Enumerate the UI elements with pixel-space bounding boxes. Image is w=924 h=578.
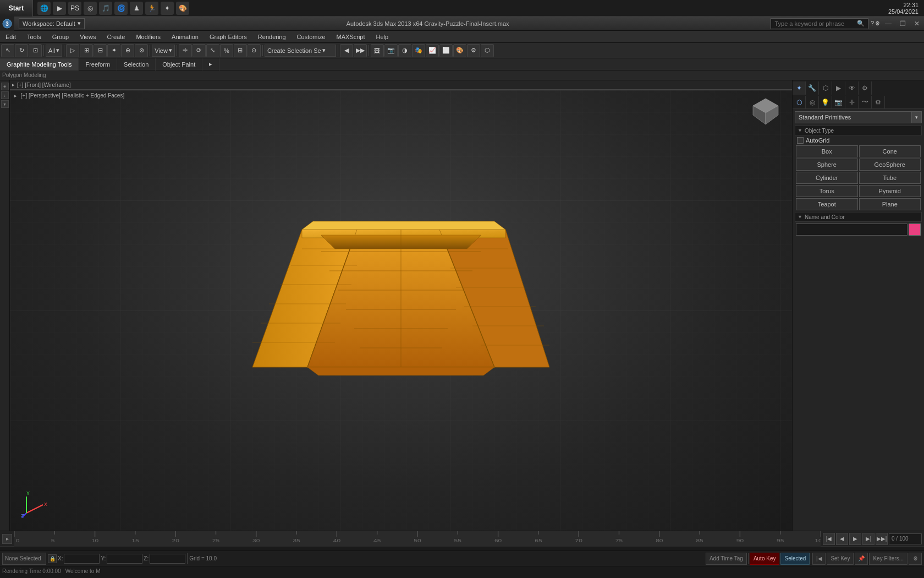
graphite-tab-extra[interactable]: ▸ [202,58,219,70]
lt-btn-2[interactable]: ↕ [1,91,9,99]
obj-btn-torus[interactable]: Torus [796,185,858,197]
window-crossing-btn[interactable]: ⊟ [94,44,107,57]
toggle-timeline-btn[interactable]: ▸ [2,534,12,544]
rp-sub-geometry[interactable]: ⬡ [793,96,806,109]
taskbar-icon-5[interactable]: 🎵 [99,2,112,15]
rp-tab-motion[interactable]: ▶ [832,81,845,95]
menu-tools[interactable]: Tools [21,31,47,43]
menu-animation[interactable]: Animation [166,31,204,43]
misc-btn[interactable]: ⚙ [467,44,480,57]
menu-create[interactable]: Create [101,31,130,43]
lt-btn-1[interactable]: ◈ [1,83,9,90]
perspective-viewport[interactable]: ▸ [+] [Perspective] [Realistic + Edged F… [10,90,792,531]
snap-btn[interactable]: ✦ [107,44,120,57]
rp-sub-helpers[interactable]: ✛ [845,96,859,109]
ref-coord-btn[interactable]: ⊞ [234,44,247,57]
search-input[interactable] [774,20,857,27]
auto-key-btn[interactable]: Auto Key [750,553,780,565]
move-btn[interactable]: ✛ [179,44,192,57]
next-frame-btn[interactable]: ▶| [862,533,875,545]
obj-btn-teapot[interactable]: Teapot [796,198,858,210]
set-key-btn[interactable]: Set Key [827,553,854,565]
taskbar-icon-9[interactable]: ✦ [161,2,174,15]
snap3d-btn[interactable]: ⊗ [135,44,148,57]
curve-editor-btn[interactable]: 📈 [426,44,439,57]
menu-group[interactable]: Group [47,31,75,43]
graphite-tab-freeform[interactable]: Freeform [79,58,117,70]
taskbar-icon-8[interactable]: 🏃 [145,2,158,15]
percent-btn[interactable]: % [220,44,233,57]
scale-tool-btn[interactable]: ⊡ [29,44,42,57]
menu-edit[interactable]: Edit [0,31,21,43]
taskbar-icon-1[interactable]: 🌐 [37,2,51,15]
rp-sub-shapes[interactable]: ◎ [806,96,819,109]
filter-dropdown[interactable]: All ▾ [46,45,62,57]
taskbar-icon-2[interactable]: ▶ [53,2,66,15]
view-dropdown[interactable]: View ▾ [152,45,175,57]
rp-sub-spacewarps[interactable]: 〜 [859,96,872,109]
primitives-dropdown-arrow[interactable]: ▾ [912,111,922,123]
rotate-btn-2[interactable]: ⟳ [193,44,206,57]
lock-btn[interactable]: 🔒 [48,554,57,563]
schematic-btn[interactable]: ⬜ [439,44,453,57]
menu-rendering[interactable]: Rendering [252,31,292,43]
obj-btn-tube[interactable]: Tube [859,172,921,184]
active-shade-btn[interactable]: ◑ [398,44,411,57]
obj-btn-cylinder[interactable]: Cylinder [796,172,858,184]
taskbar-icon-6[interactable]: 🌀 [114,2,128,15]
rp-sub-lights[interactable]: 💡 [819,96,832,109]
obj-btn-cone[interactable]: Cone [859,145,921,157]
rp-sub-systems[interactable]: ⚙ [872,96,885,109]
menu-modifiers[interactable]: Modifiers [130,31,166,43]
minimize-button[interactable]: — [881,17,895,31]
x-coord-input[interactable] [64,554,100,564]
create-selection-dropdown[interactable]: Create Selection Se ▾ [265,45,336,57]
set-key-left-btn[interactable]: |◀ [812,553,826,565]
restore-button[interactable]: ❐ [895,17,910,31]
material-btn[interactable]: 🎭 [412,44,425,57]
rp-tab-modify[interactable]: 🔧 [806,81,819,95]
y-coord-input[interactable] [107,554,142,564]
pivot-btn[interactable]: ⊙ [248,44,261,57]
key-filters-sep-btn[interactable]: 📌 [855,553,868,565]
render-setup-btn[interactable]: 🖼 [371,44,384,57]
timeline-track[interactable]: 0 5 10 15 20 25 30 35 40 45 50 55 60 [14,531,821,547]
close-button[interactable]: ✕ [910,17,924,31]
object-type-section[interactable]: ▼ Object Type [795,126,922,135]
color-swatch[interactable] [909,223,921,236]
graphite-tab-object-paint[interactable]: Object Paint [156,58,202,70]
go-start-btn[interactable]: |◀ [823,533,835,545]
menu-graph-editors[interactable]: Graph Editors [204,31,252,43]
scale-btn[interactable]: ⤡ [206,44,219,57]
obj-btn-geosphere[interactable]: GeoSphere [859,159,921,171]
obj-btn-box[interactable]: Box [796,145,858,157]
graphite-tab-selection[interactable]: Selection [117,58,156,70]
key-filters-btn[interactable]: Key Filters... [869,553,908,565]
menu-customize[interactable]: Customize [292,31,331,43]
play-btn[interactable]: ▶ [849,533,861,545]
lt-btn-3[interactable]: ▼ [1,100,9,108]
search-box[interactable]: 🔍 [771,18,868,29]
rotate-tool-btn[interactable]: ↻ [15,44,28,57]
obj-btn-pyramid[interactable]: Pyramid [859,185,921,197]
graphite-tab-modeling[interactable]: Graphite Modeling Tools [0,58,79,70]
z-coord-input[interactable] [150,554,185,564]
play-btn[interactable]: ◀ [340,44,353,57]
step-btn[interactable]: ▶▶ [354,44,367,57]
name-color-section[interactable]: ▼ Name and Color [795,212,922,222]
settings-icon[interactable]: ⚙ [875,20,880,26]
menu-help[interactable]: Help [371,31,394,43]
playback-more-btn[interactable]: ⚙ [909,553,922,565]
render-frame-btn[interactable]: 📷 [384,44,398,57]
rp-tab-create[interactable]: ✦ [793,81,806,95]
rp-tab-display[interactable]: 👁 [845,81,859,95]
prev-frame-btn[interactable]: ◀ [836,533,848,545]
color-clipboard-btn[interactable]: 🎨 [453,44,466,57]
select-region-btn[interactable]: ⊞ [80,44,93,57]
select-btn[interactable]: ▷ [66,44,79,57]
primitives-dropdown[interactable]: Standard Primitives [795,111,912,123]
taskbar-icon-7[interactable]: ♟ [130,2,143,15]
extra-btn[interactable]: ⬡ [481,44,494,57]
viewport-cube[interactable] [751,96,781,127]
add-time-tag-btn[interactable]: Add Time Tag [706,553,747,565]
